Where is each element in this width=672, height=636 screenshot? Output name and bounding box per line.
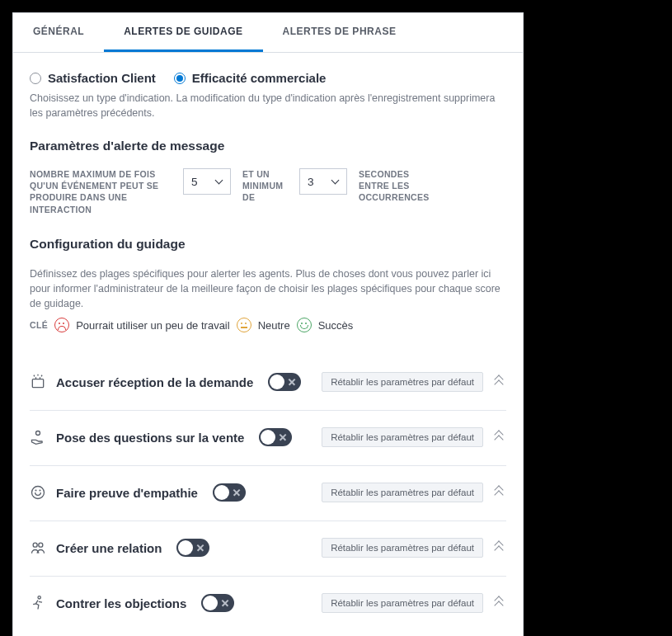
guidance-config-title: Configuration du guidage (30, 237, 506, 252)
min-label: ET UN MINIMUM DE (242, 168, 288, 204)
tab-general[interactable]: GÉNÉRAL (13, 13, 104, 52)
sad-face-icon (54, 318, 69, 332)
hint-type-row: Satisfaction Client Efficacité commercia… (30, 71, 506, 85)
tab-guidance-alerts[interactable]: ALERTES DE GUIDAGE (104, 13, 262, 52)
radio-customer-satisfaction[interactable] (30, 73, 41, 84)
key-success-text: Succès (318, 319, 354, 332)
toggle-rapport[interactable] (176, 539, 209, 557)
message-params-row: NOMBRE MAXIMUM DE FOIS QU'UN ÉVÉNEMENT P… (30, 168, 506, 215)
svg-point-1 (36, 431, 40, 436)
people-icon (30, 539, 46, 556)
content-area: Satisfaction Client Efficacité commercia… (13, 53, 523, 636)
chevron-down-icon (331, 177, 339, 186)
guidance-key-legend: CLÉ Pourrait utiliser un peu de travail … (30, 318, 506, 332)
tab-phrase-alerts[interactable]: ALERTES DE PHRASE (263, 13, 416, 52)
running-icon (30, 595, 46, 611)
close-icon (196, 544, 204, 552)
min-seconds-select[interactable]: 3 (299, 168, 347, 195)
hand-coin-icon (30, 429, 46, 445)
guidance-item-label: Créer une relation (56, 541, 162, 555)
reset-defaults-button[interactable]: Rétablir les paramètres par défaut (322, 483, 483, 502)
guidance-item-rapport: Créer une relation Rétablir les paramètr… (30, 521, 506, 577)
settings-panel: GÉNÉRAL ALERTES DE GUIDAGE ALERTES DE PH… (12, 12, 524, 636)
guidance-item-label: Contrer les objections (56, 596, 186, 610)
svg-point-4 (40, 490, 40, 491)
svg-point-2 (32, 487, 45, 499)
expand-icon[interactable] (493, 375, 506, 389)
close-icon (279, 433, 287, 441)
message-alert-settings-title: Paramètres d'alerte de message (30, 139, 506, 153)
acknowledge-icon (30, 374, 46, 390)
svg-point-7 (38, 596, 40, 599)
hint-type-help: Choisissez un type d'indication. La modi… (30, 92, 506, 120)
reset-defaults-button[interactable]: Rétablir les paramètres par défaut (322, 427, 483, 447)
key-work-text: Pourrait utiliser un peu de travail (76, 319, 229, 332)
radio-sales-effectiveness[interactable] (174, 73, 186, 84)
svg-point-3 (35, 490, 36, 491)
svg-point-6 (39, 543, 43, 547)
guidance-item-label: Pose des questions sur la vente (56, 431, 244, 445)
close-icon (233, 488, 241, 497)
expand-icon[interactable] (493, 596, 506, 610)
guidance-desc: Définissez des plages spécifiques pour a… (30, 266, 506, 311)
happy-face-icon (297, 318, 312, 332)
empathy-icon (30, 484, 46, 501)
expand-icon[interactable] (493, 541, 506, 554)
tab-bar: GÉNÉRAL ALERTES DE GUIDAGE ALERTES DE PH… (13, 13, 523, 53)
toggle-empathy[interactable] (213, 483, 246, 502)
toggle-questions[interactable] (259, 428, 292, 446)
guidance-item-acknowledge: Accuser réception de la demande Rétablir… (30, 356, 506, 411)
guidance-item-label: Accuser réception de la demande (56, 375, 253, 389)
reset-defaults-button[interactable]: Rétablir les paramètres par défaut (322, 593, 483, 613)
guidance-item-objections: Contrer les objections Rétablir les para… (30, 577, 506, 631)
expand-icon[interactable] (493, 431, 506, 444)
neutral-face-icon (237, 318, 251, 332)
min-seconds-value: 3 (308, 176, 314, 188)
seconds-between-label: SECONDES ENTRE LES OCCURRENCES (359, 168, 435, 204)
close-icon (221, 599, 229, 607)
key-label: CLÉ (30, 320, 48, 330)
radio-label-sales: Efficacité commerciale (192, 71, 327, 85)
key-neutral-text: Neutre (258, 319, 290, 332)
guidance-item-empathy: Faire preuve d'empathie Rétablir les par… (30, 466, 506, 521)
reset-defaults-button[interactable]: Rétablir les paramètres par défaut (322, 538, 483, 558)
guidance-item-label: Faire preuve d'empathie (56, 486, 198, 500)
max-occurrences-value: 5 (191, 176, 198, 188)
close-icon (288, 378, 296, 386)
svg-point-5 (33, 543, 37, 547)
max-occurrences-select[interactable]: 5 (183, 168, 231, 195)
radio-label-satisfaction: Satisfaction Client (48, 71, 156, 85)
guidance-item-questions: Pose des questions sur la vente Rétablir… (30, 411, 506, 466)
chevron-down-icon (214, 177, 223, 186)
toggle-objections[interactable] (201, 594, 234, 612)
expand-icon[interactable] (493, 486, 506, 499)
toggle-acknowledge[interactable] (268, 373, 301, 391)
reset-defaults-button[interactable]: Rétablir les paramètres par défaut (322, 372, 483, 392)
svg-rect-0 (32, 379, 43, 388)
max-occurrences-label: NOMBRE MAXIMUM DE FOIS QU'UN ÉVÉNEMENT P… (30, 168, 172, 215)
